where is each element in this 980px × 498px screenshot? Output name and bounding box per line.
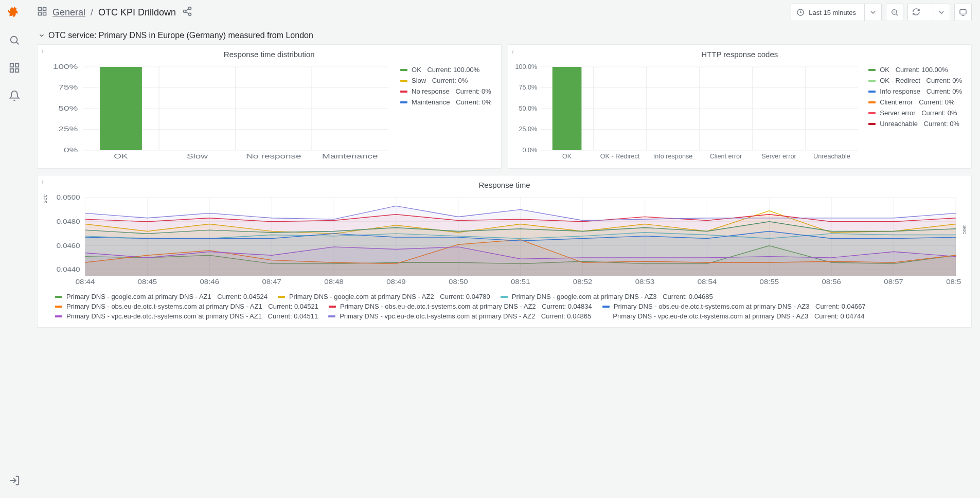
legend-item[interactable]: OK Current: 100.00%: [400, 66, 491, 74]
svg-text:25.0%: 25.0%: [519, 126, 537, 133]
legend-item[interactable]: No response Current: 0%: [400, 87, 491, 95]
signin-icon[interactable]: [5, 471, 24, 490]
legend-swatch: [868, 123, 876, 125]
bar-chart[interactable]: 0%25%50%75%100%OKSlowNo responseMaintena…: [44, 64, 393, 163]
legend-item[interactable]: Unreachable Current: 0%: [868, 120, 962, 128]
svg-text:Unreachable: Unreachable: [813, 153, 850, 160]
panel-response-time: i Response time sec 0.04400.04600.04800.…: [37, 175, 972, 328]
svg-text:08:53: 08:53: [635, 278, 655, 285]
legend-item[interactable]: Slow Current: 0%: [400, 77, 491, 84]
row-toggle[interactable]: OTC service: Primary DNS in Europe (Germ…: [38, 31, 972, 40]
legend-item[interactable]: Primary DNS - obs.eu-de.otc.t-systems.co…: [602, 303, 866, 310]
svg-text:08:55: 08:55: [760, 278, 779, 285]
svg-text:08:54: 08:54: [698, 278, 717, 285]
svg-text:08:47: 08:47: [262, 278, 281, 285]
legend-label: Primary DNS - google.com at primary DNS …: [289, 293, 434, 300]
svg-line-1: [16, 42, 19, 44]
grafana-logo[interactable]: [5, 3, 24, 22]
info-icon[interactable]: i: [42, 179, 43, 186]
legend-stat: Current: 100.00%: [894, 66, 948, 74]
panel-http-response-codes: i HTTP response codes 0.0%25.0%50.0%75.0…: [508, 44, 972, 169]
legend-swatch: [400, 69, 407, 71]
legend-item[interactable]: Primary DNS - google.com at primary DNS …: [501, 293, 713, 300]
legend-item[interactable]: Primary DNS - obs.eu-de.otc.t-systems.co…: [329, 303, 592, 310]
legend-item[interactable]: OK - Redirect Current: 0%: [868, 77, 962, 84]
svg-rect-4: [10, 69, 13, 72]
svg-point-11: [189, 7, 191, 9]
dashboards-icon[interactable]: [5, 59, 24, 77]
svg-rect-2: [10, 64, 13, 67]
breadcrumb-sep: /: [91, 7, 93, 18]
alerting-icon[interactable]: [5, 86, 24, 105]
legend-item[interactable]: Info response Current: 0%: [868, 87, 962, 95]
svg-text:OK - Redirect: OK - Redirect: [600, 153, 639, 160]
legend-item[interactable]: Maintenance Current: 0%: [400, 98, 491, 106]
legend-item[interactable]: Server error Current: 0%: [868, 109, 962, 117]
legend-item[interactable]: OK Current: 100.00%: [868, 66, 962, 74]
panel-response-time-distribution: i Response time distribution 0%25%50%75%…: [37, 44, 502, 169]
dashboards-grid-icon[interactable]: [37, 6, 47, 19]
svg-text:08:46: 08:46: [200, 278, 220, 285]
legend-item[interactable]: Client error Current: 0%: [868, 98, 962, 106]
time-range-label: Last 15 minutes: [809, 9, 856, 16]
legend-label: Primary DNS - google.com at primary DNS …: [512, 293, 657, 300]
svg-rect-3: [15, 64, 19, 67]
refresh-button[interactable]: [907, 4, 950, 21]
legend-item[interactable]: Primary DNS - google.com at primary DNS …: [278, 293, 490, 300]
breadcrumb: General / OTC KPI Drilldown: [37, 6, 192, 19]
legend-swatch: [400, 80, 407, 82]
legend-item[interactable]: Primary DNS - obs.eu-de.otc.t-systems.co…: [55, 303, 318, 310]
line-chart[interactable]: 0.04400.04600.04800.050008:4408:4508:460…: [48, 194, 961, 289]
row-title: OTC service: Primary DNS in Europe (Germ…: [48, 31, 313, 40]
legend: Primary DNS - google.com at primary DNS …: [41, 289, 968, 322]
share-icon[interactable]: [182, 6, 192, 19]
svg-rect-10: [43, 12, 46, 15]
page-title[interactable]: OTC KPI Drilldown: [98, 7, 176, 18]
svg-text:25%: 25%: [58, 126, 78, 133]
legend-label: Info response: [880, 87, 920, 95]
legend-stat: Current: 100.00%: [425, 66, 480, 74]
panel-title[interactable]: Response time: [41, 181, 968, 189]
legend-stat: Current: 0.04521: [266, 303, 318, 310]
panel-title[interactable]: Response time distribution: [41, 50, 498, 59]
svg-point-12: [184, 10, 186, 12]
chevron-down-icon[interactable]: [864, 4, 881, 21]
y-axis-label-left: sec: [41, 194, 48, 234]
legend: OK Current: 100.00%Slow Current: 0%No re…: [397, 64, 494, 163]
legend-item[interactable]: Primary DNS - google.com at primary DNS …: [55, 293, 268, 300]
chevron-down-icon: [38, 32, 45, 39]
time-range-picker[interactable]: Last 15 minutes: [791, 4, 882, 21]
legend-swatch: [868, 69, 876, 71]
svg-text:0%: 0%: [64, 147, 78, 153]
legend-stat: Current: 0%: [454, 98, 492, 106]
svg-text:08:48: 08:48: [324, 278, 344, 285]
svg-text:08:57: 08:57: [884, 278, 903, 285]
info-icon[interactable]: i: [512, 48, 514, 55]
legend-item[interactable]: Primary DNS - vpc.eu-de.otc.t-systems.co…: [55, 312, 318, 320]
chevron-down-icon[interactable]: [933, 4, 950, 21]
legend-item[interactable]: Primary DNS - vpc.eu-de.otc.t-systems.co…: [601, 312, 864, 320]
panel-title[interactable]: HTTP response codes: [511, 50, 969, 59]
legend-item[interactable]: Primary DNS - vpc.eu-de.otc.t-systems.co…: [328, 312, 591, 320]
breadcrumb-folder[interactable]: General: [52, 7, 85, 18]
svg-text:08:45: 08:45: [138, 278, 157, 285]
zoom-out-button[interactable]: [886, 4, 903, 21]
info-icon[interactable]: i: [42, 48, 43, 55]
legend-label: Primary DNS - vpc.eu-de.otc.t-systems.co…: [613, 312, 808, 320]
legend-label: Primary DNS - obs.eu-de.otc.t-systems.co…: [340, 303, 536, 310]
legend-swatch: [55, 315, 62, 317]
svg-text:0.0440: 0.0440: [57, 266, 80, 273]
legend-swatch: [400, 91, 407, 93]
bar-chart[interactable]: 0.0%25.0%50.0%75.0%100.0%OKOK - Redirect…: [514, 64, 862, 163]
legend-swatch: [329, 306, 336, 308]
search-icon[interactable]: [5, 31, 24, 49]
legend-stat: Current: 0.04834: [540, 303, 592, 310]
svg-text:08:58: 08:58: [946, 278, 961, 285]
legend-swatch: [601, 315, 609, 317]
svg-text:100%: 100%: [53, 64, 78, 70]
legend-stat: Current: 0.04667: [813, 303, 865, 310]
legend-label: Primary DNS - google.com at primary DNS …: [66, 293, 211, 300]
svg-line-15: [186, 9, 189, 10]
legend-stat: Current: 0.04744: [812, 312, 864, 320]
tv-mode-button[interactable]: [954, 4, 972, 21]
